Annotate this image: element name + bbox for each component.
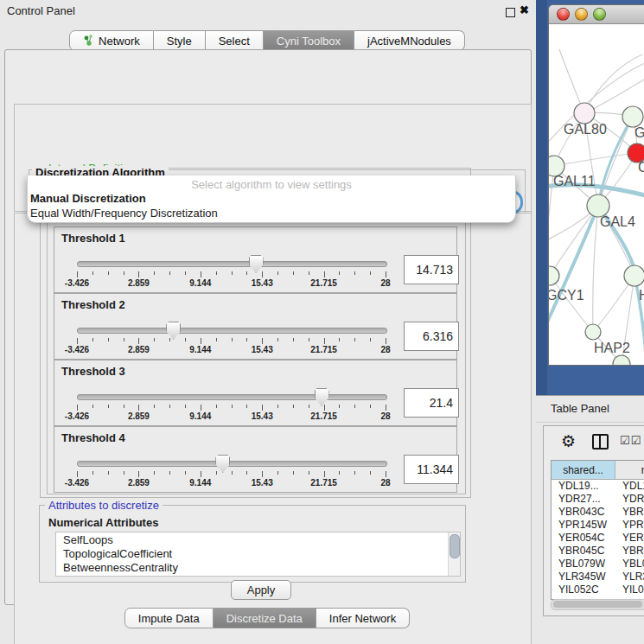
- threshold-value-field[interactable]: 6.316: [404, 322, 459, 351]
- table-header-na[interactable]: na: [615, 461, 644, 480]
- slider-tick: [185, 471, 186, 475]
- scrollbar-thumb[interactable]: [450, 534, 460, 558]
- numerical-attributes-list[interactable]: SelfLoopsTopologicalCoefficientBetweenne…: [55, 532, 461, 577]
- slider-tick: [339, 338, 340, 341]
- tab-jactivemnodules[interactable]: jActiveMNodules: [354, 30, 465, 51]
- slider-tick: [92, 338, 93, 341]
- threshold-slider-thumb[interactable]: [249, 255, 264, 273]
- threshold-value-field[interactable]: 11.344: [404, 455, 459, 484]
- tab-label: Impute Data: [138, 612, 200, 625]
- slider-tick: [124, 338, 124, 341]
- popup-item-manual-discretization[interactable]: Manual Discretization: [30, 192, 146, 205]
- gear-icon[interactable]: ⚙: [561, 431, 576, 451]
- attribute-item-betweennesscentrality[interactable]: BetweennessCentrality: [63, 561, 178, 574]
- slider-tick-label: -3.426: [55, 278, 99, 288]
- zoom-light-icon[interactable]: [593, 8, 606, 21]
- threshold-value-field[interactable]: 14.713: [404, 255, 459, 284]
- network-node[interactable]: [624, 265, 644, 286]
- table-header-shared[interactable]: shared...: [552, 461, 615, 480]
- tab-network[interactable]: Network: [69, 30, 154, 51]
- slider-tick: [232, 271, 233, 275]
- slider-tick: [124, 405, 124, 408]
- threshold-slider-thumb[interactable]: [315, 388, 329, 406]
- threshold-slider-thumb[interactable]: [166, 322, 181, 340]
- network-node[interactable]: [574, 103, 595, 124]
- tab-style[interactable]: Style: [154, 30, 206, 51]
- slider-tick: [309, 471, 309, 475]
- tab-infer-network[interactable]: Infer Network: [316, 608, 410, 628]
- attribute-item-topologicalcoefficient[interactable]: TopologicalCoefficient: [63, 547, 172, 560]
- slider-tick: [370, 271, 371, 275]
- tab-impute-data[interactable]: Impute Data: [124, 608, 214, 628]
- tab-label: Discretize Data: [226, 612, 303, 625]
- apply-button[interactable]: Apply: [231, 580, 291, 600]
- network-canvas[interactable]: GAL80GCGAL11GAL4GCY1HHAP2: [549, 25, 644, 365]
- table-cell[interactable]: YER054C: [552, 532, 615, 545]
- float-window-icon[interactable]: [506, 8, 515, 17]
- threshold-label: Threshold 1: [61, 232, 125, 245]
- slider-tick: [386, 405, 386, 411]
- table-cell[interactable]: YIL052C: [552, 583, 615, 596]
- network-node[interactable]: [622, 106, 643, 127]
- table-cell[interactable]: YPR1: [615, 519, 644, 532]
- table-cell[interactable]: YPR145W: [552, 519, 615, 532]
- tab-select[interactable]: Select: [206, 30, 264, 51]
- slider-tick-label: 28: [364, 478, 407, 488]
- slider-tick: [262, 471, 263, 477]
- column-layout-icon[interactable]: [592, 434, 609, 450]
- attributes-list-scrollbar[interactable]: [448, 532, 460, 576]
- tab-cyni-toolbox[interactable]: Cyni Toolbox: [264, 30, 354, 51]
- table-cell[interactable]: YBR045C: [552, 545, 615, 558]
- network-node[interactable]: [549, 266, 559, 285]
- threshold-slider-track[interactable]: [77, 461, 387, 467]
- attribute-item-selfloops[interactable]: SelfLoops: [63, 533, 113, 546]
- network-node[interactable]: [585, 324, 601, 340]
- slider-tick-label: 21.715: [303, 411, 346, 421]
- control-panel-title: Control Panel: [7, 0, 75, 22]
- table-cell[interactable]: YBR0: [615, 545, 644, 558]
- table-cell[interactable]: YDR27...: [552, 493, 615, 506]
- attributes-group-title: Attributes to discretize: [45, 499, 163, 512]
- slider-tick-label: 9.144: [179, 478, 222, 488]
- checkbox-filter-icon[interactable]: ☑☑: [620, 434, 641, 447]
- network-window-titlebar[interactable]: [549, 5, 644, 24]
- threshold-panel-4: Threshold 4-3.4262.8599.14415.4321.71528…: [54, 426, 457, 493]
- table-cell[interactable]: YBL0: [615, 558, 644, 571]
- threshold-panel-2: Threshold 2-3.4262.8599.14415.4321.71528…: [54, 293, 457, 360]
- slider-tick-label: 2.859: [117, 278, 160, 288]
- table-cell[interactable]: YLR345W: [552, 571, 615, 583]
- table-cell[interactable]: YER0: [615, 532, 644, 545]
- table-cell[interactable]: YBR043C: [552, 506, 615, 519]
- slider-tick: [386, 471, 386, 477]
- slider-tick: [77, 471, 78, 477]
- slider-tick: [232, 338, 233, 341]
- table-cell[interactable]: YIL0: [615, 583, 644, 596]
- tab-discretize-data[interactable]: Discretize Data: [214, 608, 316, 628]
- table-panel-body: ⚙ ☑☑ shared...naYDL19...YDL1YDR27...YDR2…: [543, 425, 644, 616]
- threshold-slider-track[interactable]: [77, 394, 387, 400]
- popup-item-equal-width-frequency-discretization[interactable]: Equal Width/Frequency Discretization: [30, 207, 218, 220]
- slider-tick: [277, 405, 278, 408]
- slider-tick-label: 21.715: [303, 278, 346, 288]
- network-view-window: GAL80GCGAL11GAL4GCY1HHAP2: [548, 4, 644, 366]
- slider-tick: [169, 271, 170, 275]
- table-cell[interactable]: YBL079W: [552, 558, 615, 571]
- table-cell[interactable]: YDL1: [615, 480, 644, 493]
- close-light-icon[interactable]: [557, 8, 570, 21]
- slider-tick: [354, 471, 355, 475]
- table-cell[interactable]: YBR0: [615, 506, 644, 519]
- table-cell[interactable]: YLR3: [615, 571, 644, 583]
- table-horizontal-scrollbar[interactable]: [551, 599, 644, 610]
- table-cell[interactable]: YDL19...: [552, 480, 615, 493]
- minimize-light-icon[interactable]: [575, 8, 588, 21]
- threshold-slider-thumb[interactable]: [215, 455, 230, 473]
- slider-tick: [293, 471, 294, 475]
- scrollbar-thumb[interactable]: [553, 601, 642, 608]
- node-table: shared...naYDL19...YDL1YDR27...YDR2YBR04…: [551, 460, 644, 600]
- table-cell[interactable]: YDR2: [615, 493, 644, 506]
- slider-tick: [246, 271, 247, 275]
- close-icon[interactable]: ✖: [520, 3, 529, 16]
- threshold-slider-track[interactable]: [77, 328, 387, 334]
- threshold-slider-track[interactable]: [77, 261, 387, 267]
- threshold-value-field[interactable]: 21.4: [404, 388, 459, 418]
